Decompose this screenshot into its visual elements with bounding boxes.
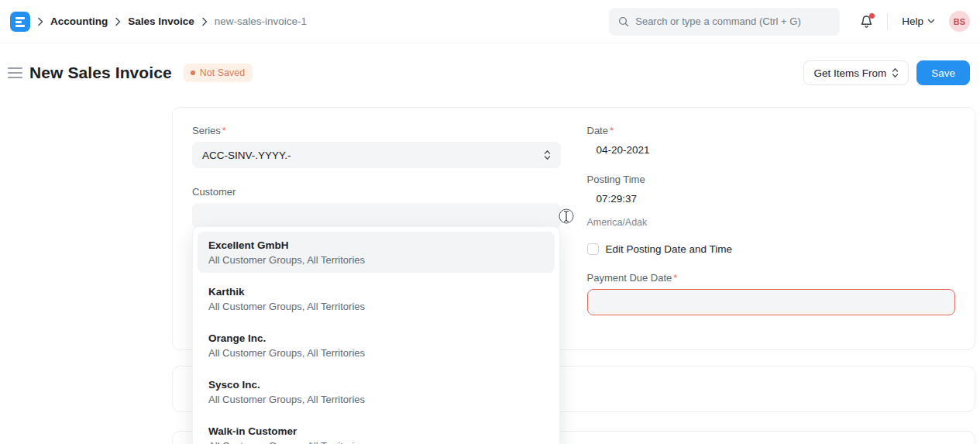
help-menu[interactable]: Help bbox=[902, 15, 935, 27]
nav-divider bbox=[887, 13, 888, 30]
required-marker: * bbox=[222, 125, 226, 136]
breadcrumb-sales-invoice[interactable]: Sales Invoice bbox=[128, 15, 194, 27]
frappe-logo-icon bbox=[15, 16, 26, 27]
customer-option-title: Karthik bbox=[208, 286, 544, 298]
series-field: Series* ACC-SINV-.YYYY.- bbox=[192, 125, 561, 168]
customer-option-subtitle: All Customer Groups, All Territories bbox=[208, 394, 544, 405]
required-marker: * bbox=[610, 125, 614, 136]
chevron-right-icon bbox=[115, 17, 121, 26]
edit-posting-datetime-checkbox[interactable]: Edit Posting Date and Time bbox=[587, 243, 956, 255]
chevron-down-icon bbox=[927, 19, 935, 24]
series-select[interactable]: ACC-SINV-.YYYY.- bbox=[192, 142, 561, 168]
customer-option[interactable]: Excellent GmbH All Customer Groups, All … bbox=[198, 232, 555, 273]
sidebar-toggle-icon[interactable] bbox=[8, 67, 22, 78]
customer-option-subtitle: All Customer Groups, All Territories bbox=[208, 347, 544, 359]
breadcrumb-accounting[interactable]: Accounting bbox=[50, 15, 108, 27]
timezone-label: America/Adak bbox=[587, 217, 956, 228]
top-navbar: Accounting Sales Invoice new-sales-invoi… bbox=[0, 0, 980, 43]
customer-option-subtitle: All Customer Groups, All Territories bbox=[208, 254, 544, 266]
required-marker: * bbox=[673, 272, 677, 284]
status-badge-label: Not Saved bbox=[200, 67, 245, 78]
notification-dot bbox=[869, 13, 875, 19]
breadcrumb-current-doc[interactable]: new-sales-invoice-1 bbox=[215, 15, 307, 27]
page-title: New Sales Invoice bbox=[29, 64, 172, 82]
customer-option[interactable]: Orange Inc. All Customer Groups, All Ter… bbox=[198, 325, 555, 366]
series-label: Series* bbox=[192, 125, 561, 136]
select-arrows-icon bbox=[892, 67, 899, 78]
notifications-button[interactable] bbox=[860, 15, 873, 29]
customer-field: Customer bbox=[192, 186, 561, 229]
search-input[interactable] bbox=[635, 15, 830, 27]
get-items-from-label: Get Items From bbox=[813, 67, 886, 79]
date-value[interactable]: 04-20-2021 bbox=[587, 144, 956, 156]
date-field: Date* 04-20-2021 bbox=[587, 125, 956, 156]
customer-option-subtitle: All Customer Groups, All Territories bbox=[208, 440, 544, 444]
status-dot-icon bbox=[191, 71, 195, 75]
posting-time-field: Posting Time 07:29:37 bbox=[587, 174, 956, 205]
edit-posting-datetime-label: Edit Posting Date and Time bbox=[606, 243, 733, 255]
save-button[interactable]: Save bbox=[916, 60, 970, 85]
customer-option-title: Walk-in Customer bbox=[208, 425, 544, 437]
payment-due-date-label: Payment Due Date* bbox=[587, 272, 956, 284]
user-avatar[interactable]: BS bbox=[949, 11, 970, 32]
get-items-from-button[interactable]: Get Items From bbox=[803, 60, 909, 85]
customer-option-title: Orange Inc. bbox=[208, 332, 544, 344]
customer-option-subtitle: All Customer Groups, All Territories bbox=[208, 301, 544, 312]
customer-option[interactable]: Sysco Inc. All Customer Groups, All Terr… bbox=[198, 371, 555, 412]
text-cursor-icon bbox=[559, 208, 574, 225]
customer-input[interactable] bbox=[202, 211, 535, 222]
chevron-right-icon bbox=[201, 17, 208, 26]
checkbox-unchecked[interactable] bbox=[587, 243, 599, 255]
customer-option-title: Excellent GmbH bbox=[208, 239, 544, 251]
payment-due-date-input[interactable] bbox=[597, 297, 946, 308]
customer-option-title: Sysco Inc. bbox=[208, 379, 544, 391]
page-header: New Sales Invoice Not Saved Get Items Fr… bbox=[0, 43, 980, 102]
app-logo[interactable] bbox=[10, 12, 30, 32]
customer-label: Customer bbox=[192, 186, 561, 198]
form-right-column: Date* 04-20-2021 Posting Time 07:29:37 A… bbox=[587, 125, 956, 332]
select-arrows-icon bbox=[544, 150, 551, 160]
posting-time-value[interactable]: 07:29:37 bbox=[587, 193, 956, 205]
help-label: Help bbox=[902, 15, 923, 27]
status-badge: Not Saved bbox=[184, 64, 253, 82]
posting-time-label: Posting Time bbox=[587, 174, 956, 185]
customer-option[interactable]: Walk-in Customer All Customer Groups, Al… bbox=[198, 418, 555, 444]
payment-due-date-field: Payment Due Date* bbox=[587, 272, 956, 315]
global-search[interactable] bbox=[609, 8, 840, 36]
date-label: Date* bbox=[587, 125, 956, 136]
customer-dropdown: Excellent GmbH All Customer Groups, All … bbox=[192, 226, 560, 444]
payment-due-date-input-wrap[interactable] bbox=[587, 289, 956, 315]
customer-option[interactable]: Karthik All Customer Groups, All Territo… bbox=[198, 278, 555, 319]
search-icon bbox=[618, 16, 629, 27]
chevron-right-icon bbox=[37, 17, 43, 26]
customer-input-wrap[interactable] bbox=[192, 203, 561, 229]
series-value: ACC-SINV-.YYYY.- bbox=[202, 150, 291, 161]
